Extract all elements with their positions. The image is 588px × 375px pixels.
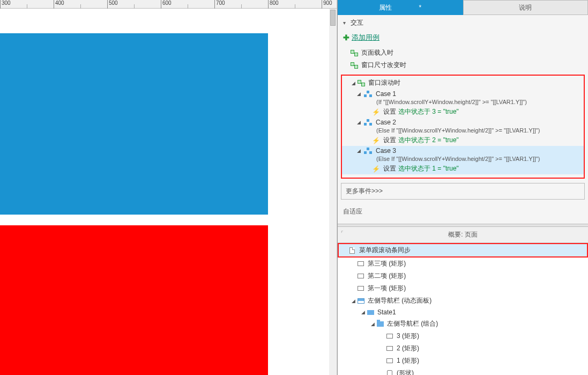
- outline-item[interactable]: (形状): [338, 367, 588, 375]
- ruler-tick: 300: [0, 0, 11, 9]
- section-adaptive-header[interactable]: 自适应: [338, 200, 588, 224]
- outline-item-label: 左侧导航栏 (动态面板): [368, 296, 431, 305]
- more-events-button[interactable]: 更多事件>>>: [341, 183, 585, 200]
- event-window-resize-label: 窗口尺寸改变时: [361, 61, 406, 70]
- folder-icon: [376, 321, 384, 327]
- event-icon: [351, 62, 358, 69]
- section-interaction-header[interactable]: ▾ 交互: [338, 15, 588, 31]
- outline-item-label: 3 (矩形): [397, 332, 419, 341]
- triangle-down-icon: ◢: [351, 298, 356, 304]
- case-2-action-value: 选中状态于 2 = "true": [398, 136, 459, 145]
- ruler-tick-minor: [188, 4, 189, 9]
- chevron-down-icon: ▾: [343, 20, 348, 26]
- case-3-title: Case 3: [376, 147, 396, 155]
- case-3-action-label: 设置: [383, 164, 396, 173]
- flow-icon: [364, 119, 373, 126]
- ruler-tick-minor: [27, 4, 28, 9]
- canvas-shape-blue[interactable]: [0, 33, 268, 215]
- ruler-tick: 700: [214, 0, 225, 9]
- bolt-icon: ⚡: [372, 108, 380, 116]
- case-3[interactable]: ◢ Case 3 (Else If "[[Window.scrollY+Wind…: [342, 146, 584, 174]
- case-3-action[interactable]: ⚡ 设置 选中状态于 1 = "true": [342, 163, 584, 174]
- ruler-tick-minor: [295, 4, 296, 9]
- bolt-icon: ⚡: [372, 165, 380, 173]
- outline-item[interactable]: 第二项 (矩形): [338, 270, 588, 282]
- case-2-action[interactable]: ⚡ 设置 选中状态于 2 = "true": [342, 135, 584, 146]
- flow-icon: [364, 91, 373, 97]
- tab-properties-label: 属性: [379, 3, 392, 12]
- event-page-load-label: 页面载入时: [361, 48, 393, 57]
- outline-header-label: 概要: 页面: [448, 231, 478, 238]
- outline-item-label: (形状): [397, 369, 414, 375]
- event-icon: [358, 80, 365, 86]
- outline-item[interactable]: ◢左侧导航栏 (组合): [338, 318, 588, 330]
- case-2-title: Case 2: [376, 119, 396, 126]
- outline-tree[interactable]: 菜单跟滚动条同步第三项 (矩形)第二项 (矩形)第一项 (矩形)◢左侧导航栏 (…: [338, 243, 588, 375]
- collapse-icon[interactable]: ⌜: [341, 230, 344, 236]
- case-1-action[interactable]: ⚡ 设置 选中状态于 3 = "true": [342, 106, 584, 117]
- triangle-down-icon: ◢: [357, 91, 362, 97]
- ruler-tick-minor: [241, 4, 243, 9]
- canvas-area[interactable]: 300 400 500 600 700 800 900: [0, 0, 337, 375]
- rect-icon: [357, 285, 364, 292]
- rect-icon: [386, 333, 393, 340]
- add-case-row[interactable]: ✚ 添加用例: [338, 31, 588, 47]
- outline-item[interactable]: ◢State1: [338, 307, 588, 318]
- more-events-label: 更多事件>>>: [346, 187, 383, 195]
- dyn-icon: [357, 298, 364, 304]
- outline-item-label: State1: [377, 308, 396, 316]
- tab-description-label: 说明: [519, 3, 532, 12]
- tab-description[interactable]: 说明: [463, 0, 589, 15]
- section-adaptive-label: 自适应: [343, 208, 362, 215]
- outline-item[interactable]: 第一项 (矩形): [338, 282, 588, 295]
- outline-item[interactable]: ◢左侧导航栏 (动态面板): [338, 295, 588, 307]
- canvas-scrollbar[interactable]: [329, 9, 337, 375]
- page-icon: [348, 247, 356, 254]
- outline-item-label: 第三项 (矩形): [368, 259, 406, 268]
- outline-item-label: 1 (矩形): [397, 356, 419, 365]
- event-page-load[interactable]: 页面载入时: [338, 47, 588, 59]
- case-2[interactable]: ◢ Case 2 (Else If "[[Window.scrollY+Wind…: [342, 117, 584, 146]
- scrollbar-thumb[interactable]: [330, 10, 336, 26]
- rect-icon: [357, 261, 364, 267]
- state-icon: [367, 309, 374, 315]
- triangle-down-icon: ◢: [370, 321, 375, 327]
- case-3-action-value: 选中状态于 1 = "true": [398, 164, 459, 173]
- flow-icon: [364, 148, 373, 154]
- inspector-tabs: 属性 * 说明: [338, 0, 588, 15]
- ruler-tick: 800: [268, 0, 279, 9]
- case-1-action-value: 选中状态于 3 = "true": [398, 107, 459, 116]
- ruler-tick: 400: [54, 0, 64, 9]
- outline-panel-header: ⌜ 概要: 页面: [338, 227, 588, 243]
- rect-icon: [357, 273, 364, 280]
- triangle-down-icon: ◢: [352, 80, 355, 86]
- add-case-link[interactable]: 添加用例: [352, 33, 379, 42]
- outline-item[interactable]: 3 (矩形): [338, 330, 588, 342]
- highlighted-cases-box: ◢ 窗口滚动时 ◢ Case 1 (If "[[Window.scrollY+W…: [341, 75, 585, 179]
- tab-properties[interactable]: 属性 *: [338, 0, 463, 15]
- event-window-scroll-label: 窗口滚动时: [368, 78, 400, 87]
- outline-item-label: 左侧导航栏 (组合): [387, 319, 438, 328]
- ruler-tick-minor: [134, 4, 136, 9]
- rect-icon: [386, 345, 393, 352]
- triangle-down-icon: ◢: [357, 148, 362, 153]
- case-3-condition: (Else If "[[Window.scrollY+Window.height…: [342, 156, 584, 163]
- ruler-tick: 500: [107, 0, 118, 9]
- outline-item[interactable]: 2 (矩形): [338, 342, 588, 355]
- event-window-resize[interactable]: 窗口尺寸改变时: [338, 59, 588, 71]
- outline-item-label: 第一项 (矩形): [368, 284, 406, 293]
- tab-dirty-indicator: *: [419, 4, 421, 11]
- ruler-tick: 600: [161, 0, 172, 9]
- event-window-scroll[interactable]: ◢ 窗口滚动时: [342, 77, 584, 89]
- ruler-tick-minor: [80, 4, 82, 9]
- canvas-shape-red[interactable]: [0, 225, 268, 375]
- case-1-action-label: 设置: [383, 107, 396, 116]
- outline-item-label: 2 (矩形): [397, 344, 419, 353]
- outline-item[interactable]: 菜单跟滚动条同步: [338, 243, 588, 258]
- case-1[interactable]: ◢ Case 1 (If "[[Window.scrollY+Window.he…: [342, 89, 584, 117]
- ruler-tick: 900: [322, 0, 332, 9]
- outline-item[interactable]: 1 (矩形): [338, 355, 588, 367]
- outline-item[interactable]: 第三项 (矩形): [338, 258, 588, 270]
- outline-item-label: 第二项 (矩形): [368, 271, 406, 281]
- case-1-title: Case 1: [376, 90, 396, 98]
